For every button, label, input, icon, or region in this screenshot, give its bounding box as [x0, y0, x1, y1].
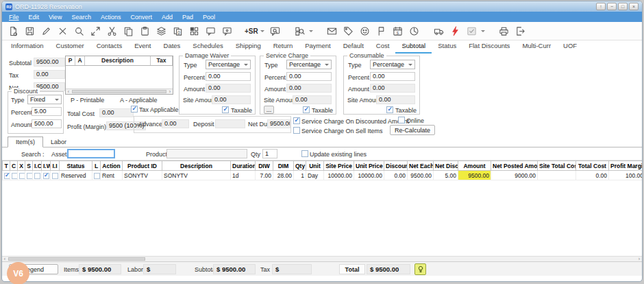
grid-col-product-id[interactable]: Product ID	[123, 161, 162, 171]
tab-subtotal[interactable]: Subtotal	[395, 40, 432, 54]
comment-icon[interactable]	[202, 23, 219, 38]
sc-discounted-checkbox[interactable]	[293, 117, 300, 124]
grid-col-amount[interactable]: Amount	[458, 161, 491, 171]
cell-dim[interactable]: 28.00	[273, 171, 294, 180]
cell-duration[interactable]: 1d	[231, 171, 256, 180]
edit-icon[interactable]	[38, 23, 54, 38]
smiley-icon[interactable]	[357, 23, 373, 38]
printer-icon[interactable]	[496, 23, 512, 38]
tax-grid-body[interactable]	[66, 66, 173, 88]
sc-taxable-checkbox[interactable]	[303, 106, 310, 113]
menu-item-add[interactable]: Add	[157, 14, 177, 21]
menu-item-convert[interactable]: Convert	[125, 14, 157, 21]
dw-percent-input[interactable]: 0.00	[206, 72, 251, 81]
cell-amount[interactable]: 9500.00	[458, 171, 491, 180]
tab-schedules[interactable]: Schedules	[186, 40, 229, 54]
tax-grid-col-p[interactable]: P	[66, 56, 75, 65]
grid-col-unit-price[interactable]: Unit Price	[354, 161, 384, 171]
rollup-button[interactable]: ↑	[596, 3, 606, 10]
checkbox-icon[interactable]	[34, 173, 40, 179]
asset-input[interactable]	[67, 149, 115, 158]
cell-net-disc[interactable]: 5.00	[434, 171, 458, 180]
chevron-down-icon[interactable]	[481, 30, 485, 32]
cell-action[interactable]: Rent	[101, 171, 123, 180]
checkbox-icon[interactable]	[94, 173, 100, 179]
scroll-right-icon[interactable]: ›	[167, 89, 173, 94]
qty-input[interactable]	[262, 149, 277, 158]
checkbox-icon[interactable]	[19, 173, 25, 179]
cons-taxable-checkbox[interactable]	[386, 106, 393, 113]
chevron-down-icon[interactable]	[309, 30, 313, 32]
chevron-down-icon[interactable]	[260, 30, 264, 32]
menu-item-pad[interactable]: Pad	[177, 14, 198, 21]
close-button[interactable]: ×	[629, 3, 639, 10]
scroll-left-icon[interactable]: ‹	[66, 89, 71, 94]
cell-check-i-w[interactable]	[42, 171, 51, 180]
envelope-icon[interactable]	[324, 23, 340, 38]
tab-default[interactable]: Default	[337, 40, 370, 54]
cell-site-total-cost[interactable]	[538, 171, 576, 180]
cell-discount[interactable]: 0.00	[384, 171, 408, 180]
grid-col-status[interactable]: Status	[60, 161, 92, 171]
tax-grid-col-tax[interactable]: Tax	[151, 56, 173, 65]
grid-col-c[interactable]: C	[10, 161, 18, 171]
horizontal-scrollbar[interactable]: ‹ ›	[2, 256, 642, 261]
scroll-left-icon[interactable]: ‹	[2, 257, 8, 261]
grid-col-duration[interactable]: Duration	[231, 161, 256, 171]
paste-icon[interactable]	[136, 23, 153, 38]
copy-zero-icon[interactable]: 0	[169, 23, 186, 38]
tax-applicable-checkbox[interactable]	[131, 106, 138, 113]
cell-description[interactable]: SONYTV	[162, 171, 231, 180]
truck-icon[interactable]	[431, 23, 447, 38]
delete-icon[interactable]	[54, 23, 71, 38]
tax-grid-col-description[interactable]: Description	[85, 56, 151, 65]
grid-col-site-total-cost[interactable]: Site Total Cost	[538, 161, 576, 171]
grid-col-diw[interactable]: DIW	[256, 161, 273, 171]
flag-icon[interactable]	[373, 23, 390, 38]
tab-customer[interactable]: Customer	[50, 40, 90, 54]
minimize-button[interactable]: −	[607, 3, 617, 10]
grid-col-s[interactable]: S	[25, 161, 33, 171]
tab-information[interactable]: Information	[5, 40, 50, 54]
cons-type-dropdown[interactable]: Percentage	[370, 60, 415, 69]
cell-unit[interactable]: Day	[306, 171, 324, 180]
checkbox-icon[interactable]	[43, 173, 49, 179]
layers-icon[interactable]	[153, 23, 169, 38]
cell-site-price[interactable]: 10000.00	[324, 171, 354, 180]
sc-percent-input[interactable]: 0.00	[286, 72, 332, 81]
cell-check-c[interactable]	[10, 171, 18, 180]
tax-grid-col-a[interactable]: A	[75, 56, 85, 65]
cell-check-l[interactable]	[92, 171, 101, 180]
checkbox-icon[interactable]	[27, 173, 33, 179]
copy-icon[interactable]	[120, 23, 136, 38]
exit-icon[interactable]	[512, 23, 529, 38]
menu-item-pool[interactable]: Pool	[198, 14, 220, 21]
grid-col-i-i[interactable]: I.I	[51, 161, 60, 171]
grid-col-profit-margin[interactable]: Profit Margin	[609, 161, 643, 171]
tab-multi-curr[interactable]: Multi-Curr	[516, 40, 557, 54]
cell-status[interactable]: Reserved	[60, 171, 92, 180]
grid-col-t[interactable]: T	[3, 161, 10, 171]
tab-status[interactable]: Status	[432, 40, 462, 54]
tax-grid-scrollbar[interactable]: ‹ ›	[66, 88, 173, 94]
grid-col-discount[interactable]: Discount	[384, 161, 408, 171]
tab-return[interactable]: Return	[267, 40, 299, 54]
items-tab-labor[interactable]: Labor	[43, 137, 74, 147]
grid-col-qty[interactable]: Qty	[294, 161, 306, 171]
grid-col-net-disc[interactable]: Net Disc	[434, 161, 458, 171]
menu-item-search[interactable]: Search	[66, 14, 96, 21]
sc-options-button[interactable]: ...	[264, 106, 274, 114]
tab-shipping[interactable]: Shipping	[230, 40, 267, 54]
save-icon[interactable]	[21, 23, 38, 38]
sc-sell-checkbox[interactable]	[293, 127, 300, 134]
sc-type-dropdown[interactable]: Percentage	[286, 60, 332, 69]
items-tab-item-s-[interactable]: Item(s)	[8, 137, 43, 147]
discount-type-dropdown[interactable]: Fixed	[27, 95, 62, 104]
lightbulb-button[interactable]	[414, 263, 426, 275]
tab-payment[interactable]: Payment	[299, 40, 337, 54]
grid-col-i-w[interactable]: I.W	[42, 161, 51, 171]
tab-dates[interactable]: Dates	[158, 40, 187, 54]
expand-icon[interactable]	[87, 23, 103, 38]
boxes-search-icon[interactable]	[292, 23, 308, 38]
cell-net-posted-amou-[interactable]: 9000.00	[491, 171, 538, 180]
